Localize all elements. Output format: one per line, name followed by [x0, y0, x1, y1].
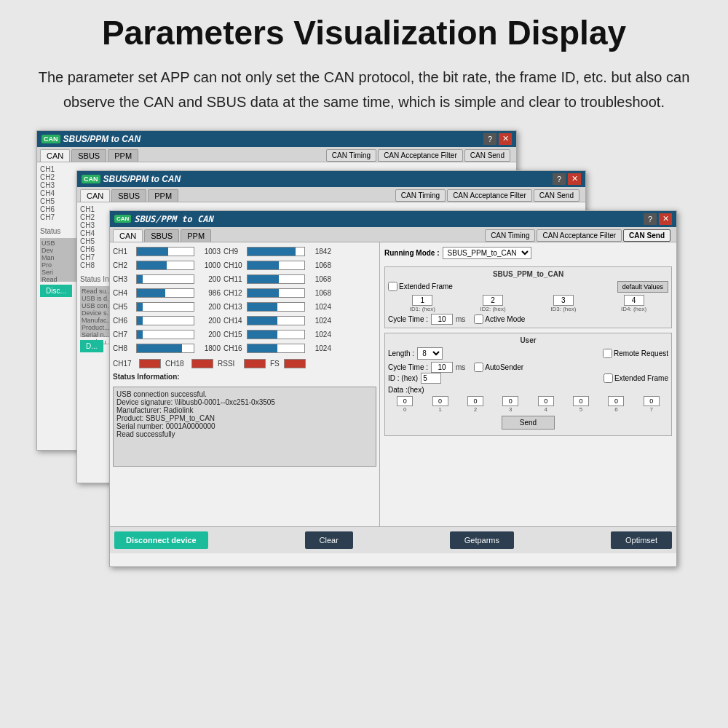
- ch14-row: CH14 1024: [223, 314, 331, 327]
- data1-input[interactable]: [432, 396, 448, 406]
- user-cycle-label: Cycle Time :: [388, 363, 428, 371]
- ch3-value: 200: [197, 275, 221, 283]
- user-extended-frame-checkbox[interactable]: [604, 373, 613, 383]
- window3-rtab-send[interactable]: CAN Send: [623, 229, 670, 242]
- data3-input[interactable]: [502, 396, 518, 406]
- window2-tab-ppm[interactable]: PPM: [148, 189, 178, 202]
- ch3-label: CH3: [113, 275, 133, 283]
- window1-close-button[interactable]: ✕: [499, 133, 512, 145]
- ch11-row: CH11 1068: [223, 273, 331, 285]
- window1-tab-can[interactable]: CAN: [40, 149, 70, 162]
- window1-rtab-timing[interactable]: CAN Timing: [326, 149, 376, 162]
- window2-tab-can[interactable]: CAN: [80, 189, 110, 202]
- user-extended-frame-label: Extended Frame: [604, 373, 668, 383]
- ch17-bar: [139, 359, 161, 368]
- data7-input[interactable]: [644, 396, 660, 406]
- ch1-row: CH1 1003: [113, 245, 221, 258]
- id1-input[interactable]: [412, 295, 432, 306]
- default-values-button[interactable]: default Values: [617, 281, 668, 293]
- ch8-row: CH8 1800: [113, 342, 221, 355]
- window2-rtab-filter[interactable]: CAN Acceptance Filter: [447, 189, 532, 202]
- remote-request-checkbox[interactable]: [603, 349, 612, 358]
- data4-cell: 4: [529, 396, 563, 413]
- length-select[interactable]: 8: [417, 347, 443, 360]
- ch2-row: CH2 1000: [113, 259, 221, 272]
- window3-rtab-timing[interactable]: CAN Timing: [485, 229, 535, 242]
- autosender-checkbox[interactable]: [474, 363, 483, 372]
- getparms-button[interactable]: Getparms: [450, 531, 514, 549]
- ch6-label: CH6: [113, 317, 133, 325]
- window2-disconnect[interactable]: D...: [80, 340, 103, 352]
- active-mode-label: Active Mode: [474, 314, 525, 324]
- ch16-value: 1024: [308, 344, 331, 352]
- extended-frame-checkbox[interactable]: [388, 282, 397, 291]
- window3-help-button[interactable]: ?: [644, 213, 657, 225]
- ch15-label: CH15: [223, 331, 244, 339]
- window2-close-button[interactable]: ✕: [568, 173, 581, 185]
- data2-input[interactable]: [467, 396, 483, 406]
- ch7-bar: [136, 330, 194, 339]
- ch4-label: CH4: [113, 289, 133, 297]
- window1-rtab-filter[interactable]: CAN Acceptance Filter: [378, 149, 463, 162]
- user-cycle-input[interactable]: [431, 362, 453, 373]
- window3-tabbar: CAN SBUS PPM CAN Timing CAN Acceptance F…: [110, 227, 676, 242]
- data6-input[interactable]: [608, 396, 624, 406]
- window3-icon: CAN: [114, 215, 131, 223]
- window1-tab-sbus[interactable]: SBUS: [71, 149, 106, 162]
- status-info-box: USB connection successful. Device signat…: [113, 387, 376, 467]
- window3-tab-ppm[interactable]: PPM: [181, 229, 211, 242]
- clear-button[interactable]: Clear: [305, 531, 353, 549]
- window3-tab-can[interactable]: CAN: [113, 229, 143, 242]
- optimset-button[interactable]: Optimset: [611, 531, 672, 549]
- window2-rtab-send[interactable]: CAN Send: [534, 189, 579, 202]
- running-mode-select[interactable]: SBUS_PPM_to_CAN: [443, 247, 531, 259]
- data0-input[interactable]: [397, 396, 413, 406]
- window3-tab-sbus[interactable]: SBUS: [144, 229, 179, 242]
- ch1-bar: [136, 247, 194, 256]
- data1-index: 1: [438, 406, 441, 413]
- window1-rtab-send[interactable]: CAN Send: [464, 149, 510, 162]
- ch3-bar: [136, 274, 194, 284]
- data5-input[interactable]: [573, 396, 589, 406]
- data4-input[interactable]: [538, 396, 554, 406]
- id3-input[interactable]: [553, 295, 574, 306]
- window1-tabbar: CAN SBUS PPM CAN Timing CAN Acceptance F…: [37, 147, 516, 162]
- data2-index: 2: [474, 406, 477, 413]
- id-hex-input[interactable]: [421, 373, 441, 384]
- ch13-bar: [247, 302, 305, 312]
- window2-rtab-timing[interactable]: CAN Timing: [395, 189, 446, 202]
- ch7-label: CH7: [113, 331, 133, 339]
- screenshot-area: CAN SBUS/PPM to CAN ? ✕ CAN SBUS PPM CAN…: [36, 130, 692, 582]
- data5-cell: 5: [564, 396, 598, 413]
- data3-cell: 3: [494, 396, 527, 413]
- window3-buttons: ? ✕: [644, 213, 672, 225]
- disconnect-button[interactable]: Disconnect device: [114, 531, 208, 549]
- titlebar-1: CAN SBUS/PPM to CAN ? ✕: [37, 131, 516, 147]
- id4-input[interactable]: [624, 295, 644, 306]
- data-hex-label: Data :(hex): [388, 386, 668, 394]
- active-mode-checkbox[interactable]: [474, 314, 483, 324]
- status-line-6: Read successfully: [116, 430, 373, 438]
- ch15-row: CH15 1024: [223, 328, 331, 341]
- send-button[interactable]: Send: [502, 416, 555, 430]
- id-grid: ID1: (hex) ID2: (hex) ID3: (hex): [388, 295, 668, 312]
- window1-tab-ppm[interactable]: PPM: [108, 149, 138, 162]
- window3-rtab-filter[interactable]: CAN Acceptance Filter: [537, 229, 622, 242]
- data3-index: 3: [509, 406, 512, 413]
- window1-help-button[interactable]: ?: [483, 133, 496, 145]
- ch14-value: 1024: [308, 317, 331, 325]
- fs-bar: [284, 359, 306, 368]
- id2-label: ID2: (hex): [480, 306, 506, 312]
- ch9-row: CH9 1842: [223, 245, 331, 258]
- sbus-ppm-section: SBUS_PPM_to_CAN Extended Frame default V…: [384, 266, 672, 328]
- window2-tab-sbus[interactable]: SBUS: [111, 189, 146, 202]
- ch2-bar: [136, 261, 194, 270]
- window2-help-button[interactable]: ?: [553, 173, 566, 185]
- id2-input[interactable]: [483, 295, 503, 306]
- window1-disconnect[interactable]: Disc...: [40, 285, 72, 297]
- id-hex-label: ID : (hex): [388, 374, 418, 382]
- ch13-row: CH13 1024: [223, 301, 331, 313]
- data4-index: 4: [544, 406, 547, 413]
- cycle-time-input[interactable]: [431, 314, 453, 325]
- window3-close-button[interactable]: ✕: [659, 213, 672, 225]
